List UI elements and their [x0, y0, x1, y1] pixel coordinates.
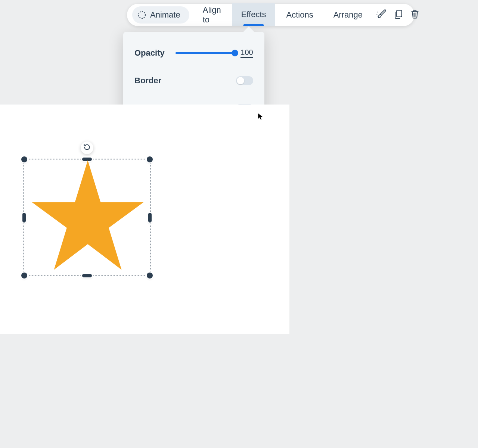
tab-animate[interactable]: Animate [132, 6, 189, 24]
border-label: Border [134, 76, 176, 85]
tab-label: Align to [203, 5, 221, 25]
opacity-value[interactable]: 100 [240, 48, 253, 58]
toggle-knob [237, 77, 244, 84]
tab-label: Animate [150, 10, 180, 20]
delete-button[interactable] [410, 7, 420, 22]
opacity-row: Opacity 100 [134, 44, 253, 62]
svg-point-3 [378, 16, 378, 17]
tab-actions[interactable]: Actions [277, 4, 322, 26]
copy-icon [393, 9, 404, 21]
brush-icon [376, 9, 387, 21]
tab-arrange[interactable]: Arrange [325, 4, 372, 26]
tab-effects[interactable]: Effects [232, 3, 275, 26]
svg-rect-4 [397, 10, 402, 17]
mouse-cursor-icon [257, 112, 265, 121]
svg-point-0 [139, 12, 145, 18]
svg-point-2 [376, 14, 377, 15]
tab-label: Effects [241, 10, 266, 19]
rotate-icon [83, 143, 91, 152]
star-shape[interactable] [27, 158, 149, 274]
svg-point-1 [378, 12, 378, 12]
tab-align-to[interactable]: Align to [194, 4, 230, 26]
selection-box[interactable] [24, 159, 150, 276]
slider-thumb[interactable] [232, 50, 238, 56]
resize-handle-w[interactable] [22, 213, 26, 223]
resize-handle-s[interactable] [82, 274, 92, 277]
duplicate-button[interactable] [393, 7, 404, 22]
border-row: Border [134, 72, 253, 89]
svg-marker-5 [32, 160, 144, 270]
top-toolbar: Animate Align to Effects Actions Arrange [127, 4, 415, 26]
rotate-handle[interactable] [81, 141, 93, 154]
design-canvas[interactable] [0, 105, 289, 334]
border-toggle[interactable] [236, 76, 253, 85]
tab-label: Arrange [333, 10, 363, 20]
animate-icon [137, 10, 146, 19]
opacity-slider[interactable] [176, 49, 235, 57]
opacity-label: Opacity [134, 48, 176, 58]
style-brush-button[interactable] [376, 7, 387, 22]
tab-label: Actions [286, 10, 313, 20]
trash-icon [410, 9, 420, 21]
